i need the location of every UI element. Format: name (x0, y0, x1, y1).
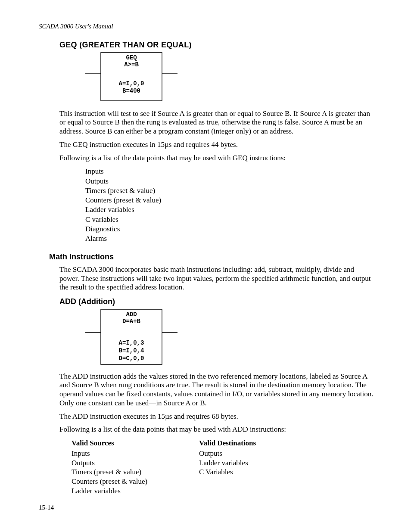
list-item: Ladder variables (199, 458, 302, 468)
list-item: Outputs (85, 177, 374, 186)
add-box-b: B=I,0,4 (119, 347, 144, 354)
list-item: Ladder variables (72, 486, 175, 496)
add-para-2: The ADD instruction executes in 15µs and… (59, 412, 374, 421)
add-box-name: ADD (126, 311, 137, 318)
list-item: C variables (85, 215, 374, 224)
list-item: Diagnostics (85, 224, 374, 233)
math-heading: Math Instructions (49, 252, 374, 262)
geq-para-2: The GEQ instruction executes in 15µs and… (59, 140, 374, 149)
list-item: Alarms (85, 234, 374, 243)
valid-sources-header: Valid Sources (72, 439, 175, 448)
list-item: Counters (preset & value) (85, 196, 374, 205)
list-item: C Variables (199, 467, 302, 477)
add-heading: ADD (Addition) (59, 297, 374, 307)
add-valid-table: Valid Sources Inputs Outputs Timers (pre… (72, 439, 374, 496)
list-item: Inputs (85, 167, 374, 176)
geq-heading: GEQ (GREATER THAN OR EQUAL) (59, 40, 374, 50)
geq-box-a: A=I,0,0 (119, 80, 144, 87)
geq-para-3: Following is a list of the data points t… (59, 154, 374, 163)
geq-ladder-diagram: GEQ A>=B A=I,0,0 B=400 (85, 52, 374, 103)
add-box-expr: D=A+B (122, 318, 141, 325)
math-para: The SCADA 3000 incorporates basic math i… (59, 265, 374, 292)
add-box-a: A=I,0,3 (119, 339, 144, 346)
list-item: Inputs (72, 449, 175, 458)
add-box-d: D=C,0,0 (119, 355, 144, 362)
list-item: Outputs (72, 458, 175, 468)
valid-destinations-col: Valid Destinations Outputs Ladder variab… (199, 439, 302, 496)
list-item: Counters (preset & value) (72, 477, 175, 486)
list-item: Outputs (199, 449, 302, 458)
list-item: Ladder variables (85, 205, 374, 214)
valid-destinations-header: Valid Destinations (199, 439, 302, 448)
valid-sources-col: Valid Sources Inputs Outputs Timers (pre… (72, 439, 175, 496)
geq-box-expr: A>=B (124, 61, 139, 68)
geq-datapoints: Inputs Outputs Timers (preset & value) C… (85, 167, 374, 243)
add-ladder-diagram: ADD D=A+B A=I,0,3 B=I,0,4 D=C,0,0 (85, 308, 374, 366)
geq-para-1: This instruction will test to see if Sou… (59, 109, 374, 136)
geq-box-b: B=400 (122, 87, 140, 94)
page-number: 15-14 (39, 504, 54, 511)
add-para-1: The ADD instruction adds the values stor… (59, 372, 374, 408)
list-item: Timers (preset & value) (72, 467, 175, 477)
add-para-3: Following is a list of the data points t… (59, 425, 374, 434)
geq-box-name: GEQ (126, 54, 137, 61)
list-item: Timers (preset & value) (85, 186, 374, 195)
running-header: SCADA 3000 User's Manual (39, 22, 374, 30)
